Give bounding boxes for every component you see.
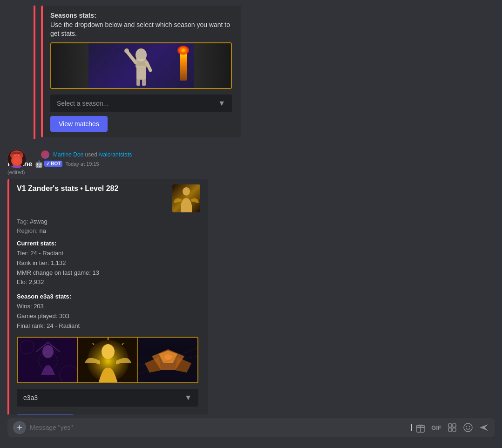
text-cursor (411, 424, 412, 431)
season-select-message: Seasons stats: Use the dropdown below an… (0, 6, 502, 139)
svg-rect-7 (142, 79, 146, 86)
svg-point-30 (164, 354, 172, 360)
messages-area: Seasons stats: Use the dropdown below an… (0, 0, 502, 414)
final-rank-value: 24 - Radiant (47, 322, 80, 329)
statue-svg (122, 45, 160, 87)
svg-point-5 (124, 48, 129, 53)
svg-rect-6 (136, 79, 140, 86)
season-stats-label: Season e3a3 stats: (17, 293, 200, 300)
stats-embed: V1 Zander's stats • Level 282 (7, 179, 208, 414)
svg-point-15 (183, 187, 190, 196)
small-avatar-icon (41, 150, 49, 159)
message-input-box: GIF (7, 418, 495, 437)
season-dropdown-stats[interactable]: e3a3 ▼ (17, 389, 198, 407)
season-select-embed: Seasons stats: Use the dropdown below an… (41, 6, 241, 137)
view-matches-button-bottom[interactable]: View matches (17, 414, 74, 414)
svg-point-12 (18, 158, 20, 160)
input-right-icons: GIF (415, 422, 489, 433)
svg-point-25 (102, 344, 115, 359)
elo-value: 2,932 (29, 278, 44, 285)
games-played-value: 303 (59, 312, 69, 319)
tier-value: 24 - Radiant (30, 250, 63, 257)
stats-meta: Tag: #swag Region: na (17, 217, 200, 235)
player-thumbnail (172, 184, 200, 212)
message-body: Martine 🤖 ✓ BOT Today at 19:15 (edited) (0, 160, 495, 414)
add-attachment-button[interactable] (13, 421, 26, 434)
rank-value: 1,132 (51, 259, 66, 266)
svg-rect-39 (448, 424, 452, 427)
message-timestamp: Today at 19:15 (65, 161, 99, 167)
svg-point-10 (12, 155, 21, 165)
player-stats-message: Martine Doe used /valorantstats (0, 149, 502, 414)
mmr-value: 13 (93, 269, 99, 276)
svg-point-45 (469, 426, 470, 427)
season-image-banner (17, 337, 198, 383)
svg-point-11 (14, 158, 16, 160)
svg-point-43 (464, 423, 472, 432)
current-stats-label: Current stats: (17, 240, 200, 247)
svg-rect-41 (448, 428, 452, 431)
avatar (7, 149, 26, 168)
svg-rect-40 (453, 424, 456, 427)
svg-line-4 (147, 62, 150, 70)
wins-value: 203 (34, 303, 44, 310)
bot-tag: ✓ BOT (44, 161, 62, 167)
gif-button[interactable]: GIF (431, 424, 441, 431)
message-header: Martine 🤖 ✓ BOT Today at 19:15 (7, 160, 487, 168)
chevron-down-icon: ▼ (184, 394, 192, 402)
gift-button[interactable] (415, 422, 426, 433)
send-button[interactable] (479, 422, 489, 433)
emoji-button[interactable] (463, 422, 473, 433)
edited-label: (edited) (7, 170, 487, 175)
svg-point-2 (136, 48, 147, 61)
stats-title: V1 Zander's stats • Level 282 (17, 184, 118, 193)
season-dropdown[interactable]: Select a season... ▼ (50, 95, 232, 112)
player-tag: #swag (30, 218, 47, 225)
svg-line-3 (127, 52, 136, 62)
bottom-controls: e3a3 ▼ View matches (17, 389, 200, 414)
chevron-down-icon: ▼ (218, 99, 225, 108)
svg-rect-16 (18, 338, 77, 382)
command-name: /valorantstats (99, 151, 132, 158)
message-input-area: GIF (0, 414, 502, 448)
season-dropdown-placeholder: Select a season... (57, 100, 109, 107)
player-region: na (39, 227, 46, 234)
season-banner-image (50, 42, 232, 89)
message-input[interactable] (30, 418, 407, 437)
svg-point-9 (10, 150, 23, 160)
gif-label: GIF (431, 424, 441, 431)
svg-point-44 (466, 426, 467, 427)
season-desc: Seasons stats: Use the dropdown below an… (50, 11, 234, 39)
upload-apps-button[interactable] (447, 422, 457, 433)
svg-rect-42 (453, 428, 456, 431)
season-dropdown-value: e3a3 (23, 394, 38, 401)
used-command-line: Martine Doe used /valorantstats (0, 150, 495, 159)
command-username: Martine Doe (53, 151, 83, 158)
bot-verified-icon: 🤖 ✓ BOT (35, 160, 62, 168)
view-matches-button-top[interactable]: View matches (50, 116, 108, 132)
